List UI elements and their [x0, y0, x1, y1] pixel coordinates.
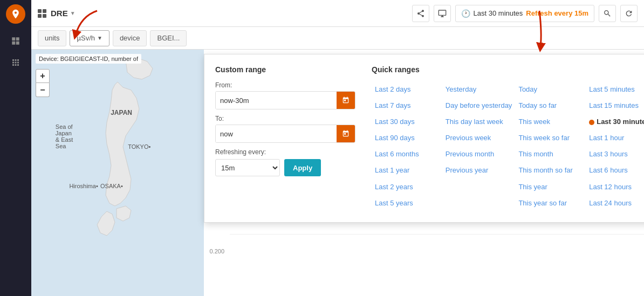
- qr-this-year[interactable]: This year: [515, 179, 586, 195]
- to-label: To:: [215, 115, 355, 122]
- app-logo[interactable]: [6, 4, 25, 24]
- qr-this-week[interactable]: This week: [515, 114, 586, 130]
- map-area: Device: BGEIGIECAST-ID, number of + − Se…: [31, 50, 204, 296]
- qr-last-1-hour[interactable]: Last 1 hour: [586, 130, 644, 146]
- qr-previous-week[interactable]: Previous week: [442, 130, 516, 146]
- map-device-label: Device: BGEIGIECAST-ID, number of: [36, 54, 141, 64]
- grid-icon: [38, 9, 46, 18]
- qr-yesterday[interactable]: Yesterday: [442, 81, 516, 98]
- topbar: DRE ▼ 🕐 Last 30 minutes Refresh every 15…: [31, 0, 644, 27]
- refresh-label: Refresh every 15m: [526, 9, 588, 17]
- qr-last-1-year[interactable]: Last 1 year: [372, 162, 442, 178]
- tab-bar: units µSv/h ▼ device BGEI...: [31, 27, 644, 50]
- custom-range-title: Custom range: [215, 65, 355, 74]
- y-label-0: 0.200: [206, 248, 228, 254]
- sidebar-item-grid[interactable]: [7, 32, 24, 50]
- qr-this-month[interactable]: This month: [515, 146, 586, 162]
- qr-last-2-years[interactable]: Last 2 years: [372, 179, 442, 195]
- share-button[interactable]: [412, 5, 429, 22]
- tab-bgei[interactable]: BGEI...: [150, 30, 187, 46]
- quick-ranges-title: Quick ranges: [372, 65, 644, 74]
- title-dropdown-arrow: ▼: [70, 10, 76, 16]
- to-input-group: [215, 125, 355, 143]
- grid-line-1: [230, 234, 644, 235]
- qr-last-5-years[interactable]: Last 5 years: [372, 195, 442, 211]
- content-area: units µSv/h ▼ device BGEI... Device: BGE…: [31, 27, 644, 296]
- qr-last-24-hours[interactable]: Last 24 hours: [586, 195, 644, 211]
- qr-last-6-hours[interactable]: Last 6 hours: [586, 162, 644, 178]
- qr-last-3-hours[interactable]: Last 3 hours: [586, 146, 644, 162]
- qr-last-2-days[interactable]: Last 2 days: [372, 81, 442, 98]
- quick-ranges-grid: Last 2 days Last 7 days Last 30 days Las…: [372, 81, 644, 211]
- qr-last-5-minutes[interactable]: Last 5 minutes: [586, 81, 644, 98]
- map-zoom-controls: + −: [36, 69, 50, 97]
- quick-ranges-section: Quick ranges Last 2 days Last 7 days Las…: [372, 65, 644, 211]
- monitor-button[interactable]: [434, 5, 451, 22]
- qr-last-30-days[interactable]: Last 30 days: [372, 114, 442, 130]
- qr-this-week-so-far[interactable]: This week so far: [515, 130, 586, 146]
- app-title[interactable]: DRE ▼: [51, 9, 76, 18]
- qr-this-year-so-far[interactable]: This year so far: [515, 195, 586, 211]
- qr-last-7-days[interactable]: Last 7 days: [372, 98, 442, 114]
- time-picker-dropdown: Custom range From: To: Refreshing every:: [204, 54, 644, 223]
- from-input[interactable]: [216, 92, 337, 109]
- tab-device[interactable]: device: [113, 30, 147, 46]
- time-range-label: Last 30 minutes: [474, 9, 523, 17]
- custom-range-section: Custom range From: To: Refreshing every:: [215, 65, 355, 211]
- sidebar-item-apps[interactable]: [7, 54, 24, 71]
- sidebar: [0, 0, 31, 296]
- refresh-button[interactable]: [620, 5, 638, 22]
- apply-button[interactable]: Apply: [284, 159, 321, 176]
- zoom-out-button[interactable]: −: [36, 83, 50, 97]
- time-range-button[interactable]: 🕐 Last 30 minutes Refresh every 15m: [455, 5, 594, 22]
- qr-today-so-far[interactable]: Today so far: [515, 98, 586, 114]
- qr-last-15-minutes[interactable]: Last 15 minutes: [586, 98, 644, 114]
- from-label: From:: [215, 81, 355, 89]
- refreshing-label: Refreshing every:: [215, 148, 266, 156]
- qr-today[interactable]: Today: [515, 81, 586, 98]
- refresh-row: Refreshing every:: [215, 148, 355, 156]
- tab-usv-arrow: ▼: [97, 35, 102, 41]
- qr-previous-month[interactable]: Previous month: [442, 146, 516, 162]
- quick-range-col4: Last 5 minutes Last 15 minutes Last 30 m…: [586, 81, 644, 211]
- from-calendar-button[interactable]: [337, 92, 355, 109]
- refresh-select[interactable]: 15m Off 5s 10s 30s 1m 5m 30m 1h: [215, 159, 280, 176]
- qr-day-before-yesterday[interactable]: Day before yesterday: [442, 98, 516, 114]
- from-input-group: [215, 91, 355, 109]
- qr-this-month-so-far[interactable]: This month so far: [515, 162, 586, 178]
- to-input[interactable]: [216, 125, 337, 142]
- qr-this-day-last-week[interactable]: This day last week: [442, 114, 516, 130]
- tab-usv[interactable]: µSv/h ▼: [70, 30, 109, 46]
- qr-last-30-minutes[interactable]: Last 30 minutes: [586, 114, 644, 130]
- quick-range-col2: Yesterday Day before yesterday This day …: [442, 81, 516, 211]
- qr-previous-year[interactable]: Previous year: [442, 162, 516, 178]
- qr-last-12-hours[interactable]: Last 12 hours: [586, 179, 644, 195]
- refresh-controls-row: 15m Off 5s 10s 30s 1m 5m 30m 1h Apply: [215, 159, 355, 176]
- zoom-in-button[interactable]: +: [36, 69, 50, 83]
- quick-range-col3: Today Today so far This week This week s…: [515, 81, 586, 211]
- qr-last-6-months[interactable]: Last 6 months: [372, 146, 442, 162]
- qr-last-90-days[interactable]: Last 90 days: [372, 130, 442, 146]
- clock-icon: 🕐: [461, 9, 470, 18]
- quick-range-col1: Last 2 days Last 7 days Last 30 days Las…: [372, 81, 442, 211]
- search-button[interactable]: [599, 5, 616, 22]
- to-calendar-button[interactable]: [337, 125, 355, 142]
- tab-units[interactable]: units: [38, 30, 66, 46]
